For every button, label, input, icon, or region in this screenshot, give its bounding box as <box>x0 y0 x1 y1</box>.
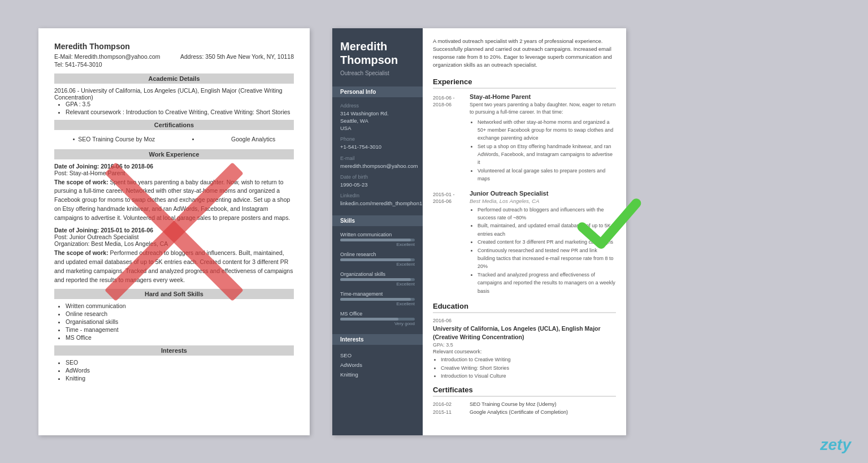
sidebar-address: 314 Washington Rd.Seattle, WAUSA <box>340 110 415 132</box>
sidebar-personal-info-title: Personal Info <box>332 86 423 97</box>
skill-bar-2-bg <box>340 258 415 261</box>
left-skills-header: Hard and Soft Skills <box>54 289 294 299</box>
left-interests-header: Interests <box>54 345 294 356</box>
left-cert-2: Google Analytics <box>231 136 275 142</box>
left-work-1-scope: The scope of work: Spent two years paren… <box>54 178 294 223</box>
skill-bar-3-bg <box>340 278 415 281</box>
exp-entry-1: 2016-06 -2018-06 Stay-at-Home Parent Spe… <box>433 93 616 183</box>
skill-bar-3-fill <box>340 278 411 281</box>
cert-entry-1: 2016-02 SEO Training Course by Moz (Udem… <box>433 401 616 407</box>
skill-bar-1-fill <box>340 239 411 241</box>
resume-sidebar: Meredith Thompson Outreach Specialist Pe… <box>332 28 423 435</box>
left-work-1: Date of Joining: 2016-06 to 2018-06 Post… <box>54 163 294 223</box>
sidebar-phone: +1-541-754-3010 <box>340 143 415 150</box>
right-title: Outreach Specialist <box>340 70 415 76</box>
resume-main-content: A motivated outreach specialist with 2 y… <box>423 28 626 435</box>
edu-entry-1: 2016-06 University of California, Los An… <box>433 318 616 380</box>
left-work-2-scope: The scope of work: Performed outreach to… <box>54 249 294 284</box>
left-tel: Tel: 541-754-3010 <box>54 61 294 68</box>
sidebar-email-label: E-mail <box>340 155 415 161</box>
left-work-1-date: Date of Joining: 2016-06 to 2018-06 <box>54 163 294 170</box>
sidebar-email: meredith.thompson@yahoo.com <box>340 162 415 170</box>
cert-entry-2: 2015-11 Google Analytics (Certificate of… <box>433 409 616 415</box>
skill-bar-5-fill <box>340 318 398 321</box>
left-address: Address: 350 5th Ave New York, NY, 10118 <box>180 53 294 60</box>
sidebar-phone-label: Phone <box>340 136 415 142</box>
exp-1-bullets: Networked with other stay-at-home moms a… <box>470 118 616 183</box>
experience-section-title: Experience <box>433 77 616 89</box>
sidebar-linkedin-label: LinkedIn <box>340 193 415 198</box>
left-contact-row: E-Mail: Meredith.thompson@yahoo.com Addr… <box>54 53 294 60</box>
left-work-2-post: Post: Junior Outreach Specialist <box>54 233 294 240</box>
sidebar-interests-title: Interests <box>332 334 423 345</box>
skill-bar-1-bg <box>340 239 415 241</box>
skill-bar-4-fill <box>340 298 411 301</box>
sidebar-skills-title: Skills <box>332 215 423 226</box>
left-cert-1: • SEO Training Course by Moz <box>73 136 155 142</box>
exp-body-1: Stay-at-Home Parent Spent two years pare… <box>470 93 616 183</box>
resume-left: Meredith Thompson E-Mail: Meredith.thomp… <box>38 28 310 435</box>
skill-bar-2-fill <box>340 258 411 261</box>
skill-bar-4-bg <box>340 298 415 301</box>
certs-section-title: Certificates <box>433 386 616 397</box>
zety-brand: zety <box>821 436 851 454</box>
left-work-2-org: Organization: Best Media, Los Angeles, C… <box>54 240 294 247</box>
sidebar-skill-5: MS Office Very good <box>340 311 415 326</box>
edu-courses: Introduction to Creative Writing Creativ… <box>433 356 616 380</box>
left-name: Meredith Thompson <box>54 42 294 51</box>
resume-right: Meredith Thompson Outreach Specialist Pe… <box>332 28 626 435</box>
left-email: E-Mail: Meredith.thompson@yahoo.com <box>54 53 160 60</box>
exp-body-2: Junior Outreach Specialist Best Media, L… <box>470 190 616 295</box>
skill-bar-5-bg <box>340 318 415 321</box>
left-certs-header: Certifications <box>54 120 294 130</box>
left-work-header: Work Experience <box>54 149 294 159</box>
sidebar-interests: SEO AdWords Knitting <box>340 351 415 379</box>
left-edu-list: GPA : 3.5 Relevant coursework : Introduc… <box>54 101 294 115</box>
right-summary: A motivated outreach specialist with 2 y… <box>433 37 616 70</box>
sidebar-address-label: Address <box>340 103 415 109</box>
left-work-1-post: Post: Stay-at-Home Parent <box>54 170 294 176</box>
left-interests-list: SEO AdWords Knitting <box>54 359 294 382</box>
right-first-name: Meredith Thompson <box>340 40 415 67</box>
left-skills-list: Written communication Online research Or… <box>54 302 294 341</box>
left-edu-entry: 2016.06 - University of California, Los … <box>54 87 294 115</box>
sidebar-skill-4: Time-management Excellent <box>340 291 415 306</box>
sidebar-skill-3: Organizational skills Excellent <box>340 271 415 287</box>
left-work-2: Date of Joining: 2015-01 to 2016-06 Post… <box>54 227 294 284</box>
sidebar-skill-2: Online research Excellent <box>340 252 415 267</box>
left-cert-bullet: • <box>192 136 194 142</box>
sidebar-dob-label: Date of birth <box>340 174 415 180</box>
sidebar-dob: 1990-05-23 <box>340 181 415 188</box>
sidebar-skill-1: Written communication Excellent <box>340 232 415 247</box>
sidebar-linkedin: linkedin.com/meredith_thomphon1 <box>340 200 415 207</box>
exp-entry-2: 2015-01 -2016-06 Junior Outreach Special… <box>433 190 616 295</box>
left-academic-header: Academic Details <box>54 73 294 84</box>
left-certs-row: • SEO Training Course by Moz • Google An… <box>54 133 294 145</box>
left-work-2-date: Date of Joining: 2015-01 to 2016-06 <box>54 227 294 233</box>
education-section-title: Education <box>433 302 616 313</box>
exp-2-bullets: Performed outreach to bloggers and influ… <box>470 206 616 295</box>
